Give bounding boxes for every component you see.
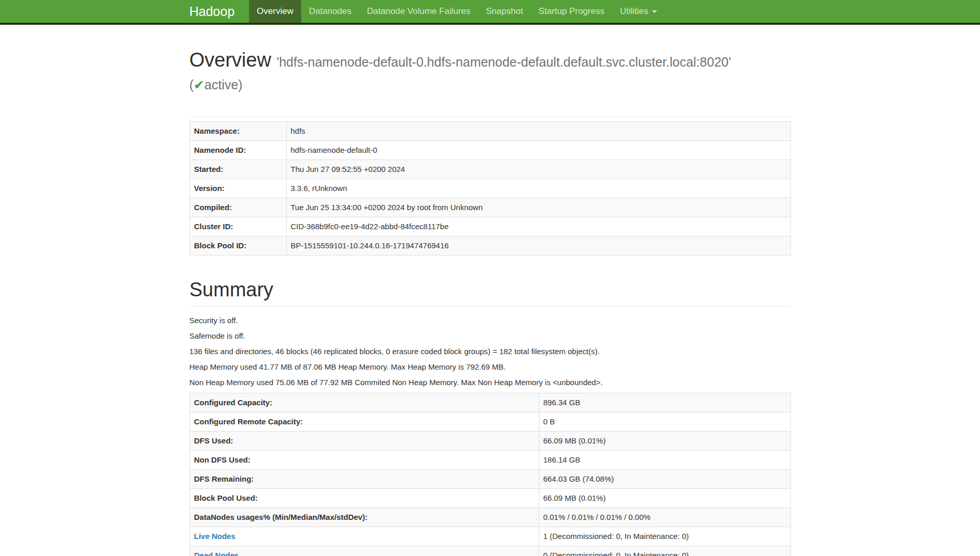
- table-row: Version: 3.3.6, rUnknown: [190, 179, 790, 198]
- table-row: DataNodes usages% (Min/Median/Max/stdDev…: [190, 508, 790, 527]
- heap-memory-text: Heap Memory used 41.77 MB of 87.06 MB He…: [190, 362, 791, 372]
- table-row: Block Pool Used: 66.09 MB (0.01%): [190, 489, 790, 508]
- row-label: Version:: [190, 179, 286, 198]
- active-check-icon: ✔: [194, 77, 205, 92]
- row-value: 664.03 GB (74.08%): [539, 470, 790, 489]
- row-label: DFS Used:: [190, 432, 539, 451]
- row-value: 0.01% / 0.01% / 0.01% / 0.00%: [539, 508, 790, 527]
- table-row: Live Nodes 1 (Decommissioned: 0, In Main…: [190, 527, 790, 546]
- top-navbar: Hadoop Overview Datanodes Datanode Volum…: [0, 0, 980, 25]
- row-label: Non DFS Used:: [190, 451, 539, 470]
- table-row: DFS Used: 66.09 MB (0.01%): [190, 432, 790, 451]
- namenode-address: 'hdfs-namenode-default-0.hdfs-namenode-d…: [276, 55, 731, 69]
- table-row: Namespace: hdfs: [190, 122, 790, 141]
- live-nodes-link[interactable]: Live Nodes: [194, 532, 236, 541]
- table-row: Configured Capacity: 896.34 GB: [190, 393, 790, 412]
- tab-overview[interactable]: Overview: [249, 0, 301, 23]
- row-label: Block Pool ID:: [190, 236, 286, 256]
- security-status-text: Security is off.: [190, 315, 791, 326]
- row-label: DFS Remaining:: [190, 470, 539, 489]
- summary-paragraphs: Security is off. Safemode is off. 136 fi…: [190, 315, 791, 388]
- page-title: Overview: [190, 49, 271, 71]
- overview-page-header: Overview 'hdfs-namenode-default-0.hdfs-n…: [190, 49, 791, 117]
- row-value: 66.09 MB (0.01%): [539, 432, 790, 451]
- table-row: Namenode ID: hdfs-namenode-default-0: [190, 141, 790, 160]
- tab-utilities-dropdown[interactable]: Utilities: [612, 0, 665, 23]
- row-value: 186.14 GB: [539, 451, 790, 470]
- status-open-paren: (: [190, 77, 194, 92]
- navbar-brand-hadoop[interactable]: Hadoop: [190, 0, 242, 23]
- page-title-line: Overview 'hdfs-namenode-default-0.hdfs-n…: [190, 49, 791, 73]
- row-label: Started:: [190, 160, 286, 179]
- row-label: Compiled:: [190, 198, 286, 217]
- tab-startup-progress[interactable]: Startup Progress: [531, 0, 612, 23]
- table-row: Non DFS Used: 186.14 GB: [190, 451, 790, 470]
- tab-datanode-volume-failures[interactable]: Datanode Volume Failures: [359, 0, 478, 23]
- non-heap-memory-text: Non Heap Memory used 75.06 MB of 77.92 M…: [190, 377, 791, 388]
- status-label: active): [205, 77, 243, 92]
- row-value: hdfs-namenode-default-0: [286, 141, 790, 160]
- tab-utilities-label: Utilities: [620, 6, 648, 16]
- row-value: Tue Jun 25 13:34:00 +0200 2024 by root f…: [286, 198, 790, 217]
- row-label: Configured Remote Capacity:: [190, 412, 539, 432]
- row-value: hdfs: [286, 122, 790, 141]
- filesystem-objects-text: 136 files and directories, 46 blocks (46…: [190, 346, 791, 357]
- namenode-status: (✔active): [190, 77, 791, 92]
- tab-snapshot[interactable]: Snapshot: [478, 0, 531, 23]
- dead-nodes-link[interactable]: Dead Nodes: [194, 551, 239, 556]
- row-value: Thu Jun 27 09:52:55 +0200 2024: [286, 160, 790, 179]
- table-row: Cluster ID: CID-368b9fc0-ee19-4d22-abbd-…: [190, 217, 790, 236]
- navbar-container: Hadoop Overview Datanodes Datanode Volum…: [190, 0, 791, 23]
- navbar-menu: Overview Datanodes Datanode Volume Failu…: [249, 0, 665, 23]
- table-row: Started: Thu Jun 27 09:52:55 +0200 2024: [190, 160, 790, 179]
- table-row: Configured Remote Capacity: 0 B: [190, 412, 790, 432]
- row-value: 0 (Decommissioned: 0, In Maintenance: 0): [539, 546, 790, 556]
- row-value: 1 (Decommissioned: 0, In Maintenance: 0): [539, 527, 790, 546]
- summary-section-title: Summary: [190, 279, 791, 307]
- summary-stats-table: Configured Capacity: 896.34 GB Configure…: [190, 393, 791, 556]
- namenode-info-table: Namespace: hdfs Namenode ID: hdfs-nameno…: [190, 121, 791, 256]
- row-value: 66.09 MB (0.01%): [539, 489, 790, 508]
- tab-datanodes[interactable]: Datanodes: [301, 0, 359, 23]
- row-label: Configured Capacity:: [190, 393, 539, 412]
- table-row: DFS Remaining: 664.03 GB (74.08%): [190, 470, 790, 489]
- caret-down-icon: [652, 10, 657, 13]
- row-label: Block Pool Used:: [190, 489, 539, 508]
- table-row: Block Pool ID: BP-1515559101-10.244.0.16…: [190, 236, 790, 256]
- row-value: 3.3.6, rUnknown: [286, 179, 790, 198]
- row-label: Namenode ID:: [190, 141, 286, 160]
- row-label: Live Nodes: [190, 527, 539, 546]
- main-content: Overview 'hdfs-namenode-default-0.hdfs-n…: [190, 49, 791, 556]
- row-value: BP-1515559101-10.244.0.16-1719474769416: [286, 236, 790, 256]
- row-label: Dead Nodes: [190, 546, 539, 556]
- table-row: Dead Nodes 0 (Decommissioned: 0, In Main…: [190, 546, 790, 556]
- row-label: Namespace:: [190, 122, 286, 141]
- row-value: CID-368b9fc0-ee19-4d22-abbd-84fcec8117be: [286, 217, 790, 236]
- safemode-status-text: Safemode is off.: [190, 331, 791, 341]
- row-value: 0 B: [539, 412, 790, 432]
- table-row: Compiled: Tue Jun 25 13:34:00 +0200 2024…: [190, 198, 790, 217]
- row-label: Cluster ID:: [190, 217, 286, 236]
- row-value: 896.34 GB: [539, 393, 790, 412]
- row-label: DataNodes usages% (Min/Median/Max/stdDev…: [190, 508, 539, 527]
